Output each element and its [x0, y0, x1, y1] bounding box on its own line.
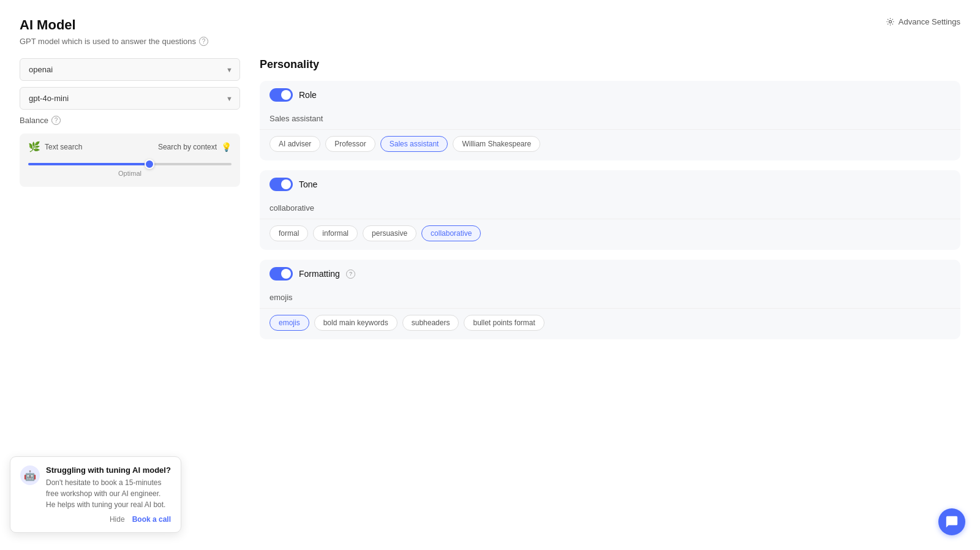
tag-formal[interactable]: formal	[270, 225, 308, 241]
balance-label: Balance ?	[20, 116, 240, 125]
formatting-title: Formatting	[299, 269, 340, 279]
optimal-label: Optimal	[28, 170, 232, 177]
hide-button[interactable]: Hide	[110, 515, 125, 524]
balance-slider-container: 🌿 Text search Search by context 💡 Optima…	[20, 134, 240, 187]
svg-point-0	[889, 20, 891, 23]
model-dropdown-wrapper: gpt-4o-mini gpt-4o gpt-4 gpt-3.5-turbo ▼	[20, 87, 240, 110]
slider-right-label: Search by context 💡	[158, 142, 232, 152]
provider-dropdown-wrapper: openai azure anthropic ▼	[20, 58, 240, 81]
tag-william-shakespeare[interactable]: William Shakespeare	[453, 136, 540, 152]
role-header: Role	[260, 81, 960, 109]
context-search-icon: 💡	[221, 142, 232, 152]
tone-tags-row: formal informal persuasive collaborative	[260, 219, 960, 250]
floating-action-button[interactable]	[938, 508, 965, 535]
role-selected-value: Sales assistant	[260, 109, 960, 130]
page-title: AI Model	[20, 17, 960, 33]
tone-toggle[interactable]	[270, 178, 293, 191]
tag-sales-assistant[interactable]: Sales assistant	[380, 136, 448, 152]
tag-persuasive[interactable]: persuasive	[363, 225, 417, 241]
slider-left-label: 🌿 Text search	[28, 141, 82, 153]
right-panel: Personality Role Sales assistant AI advi…	[260, 58, 960, 349]
formatting-section: Formatting ? emojis emojis bold main key…	[260, 260, 960, 339]
formatting-info-icon[interactable]: ?	[346, 269, 355, 279]
notification-top: 🤖 Struggling with tuning AI model? Don't…	[20, 465, 171, 510]
chat-icon	[945, 515, 959, 529]
balance-info-icon[interactable]: ?	[51, 116, 61, 125]
notification-actions: Hide Book a call	[20, 515, 171, 524]
book-call-button[interactable]: Book a call	[132, 515, 171, 524]
notification-body: Don't hesitate to book a 15-minutes free…	[46, 477, 171, 510]
notification-icon: 🤖	[20, 465, 40, 485]
notification-content: Struggling with tuning AI model? Don't h…	[46, 465, 171, 510]
role-tags-row: AI adviser Professor Sales assistant Wil…	[260, 130, 960, 160]
tone-title: Tone	[299, 179, 317, 189]
notification-banner: 🤖 Struggling with tuning AI model? Don't…	[10, 456, 181, 533]
left-panel: openai azure anthropic ▼ gpt-4o-mini gpt…	[20, 58, 240, 349]
balance-slider[interactable]	[28, 163, 232, 165]
tag-subheaders[interactable]: subheaders	[402, 315, 459, 331]
gear-icon	[886, 17, 895, 26]
role-toggle[interactable]	[270, 88, 293, 102]
formatting-toggle[interactable]	[270, 267, 293, 281]
notification-title: Struggling with tuning AI model?	[46, 465, 171, 475]
tone-header: Tone	[260, 170, 960, 198]
role-section: Role Sales assistant AI adviser Professo…	[260, 81, 960, 160]
formatting-tags-row: emojis bold main keywords subheaders bul…	[260, 309, 960, 339]
tag-professor[interactable]: Professor	[325, 136, 375, 152]
personality-title: Personality	[260, 58, 960, 71]
text-search-icon: 🌿	[28, 141, 40, 153]
formatting-header: Formatting ?	[260, 260, 960, 288]
tag-bullet-points[interactable]: bullet points format	[464, 315, 544, 331]
subtitle-info-icon[interactable]: ?	[199, 37, 208, 46]
tag-informal[interactable]: informal	[313, 225, 358, 241]
formatting-selected-value: emojis	[260, 288, 960, 309]
tag-ai-adviser[interactable]: AI adviser	[270, 136, 320, 152]
advance-settings-button[interactable]: Advance Settings	[886, 17, 960, 26]
page-subtitle: GPT model which is used to answer the qu…	[20, 37, 960, 46]
slider-row: 🌿 Text search Search by context 💡	[28, 141, 232, 153]
advance-settings-label: Advance Settings	[899, 17, 960, 26]
tone-selected-value: collaborative	[260, 198, 960, 219]
tag-emojis[interactable]: emojis	[270, 315, 309, 331]
tag-bold-keywords[interactable]: bold main keywords	[314, 315, 398, 331]
provider-select[interactable]: openai azure anthropic	[20, 58, 240, 81]
tag-collaborative[interactable]: collaborative	[421, 225, 481, 241]
role-title: Role	[299, 90, 317, 100]
tone-section: Tone collaborative formal informal persu…	[260, 170, 960, 250]
model-select[interactable]: gpt-4o-mini gpt-4o gpt-4 gpt-3.5-turbo	[20, 87, 240, 110]
